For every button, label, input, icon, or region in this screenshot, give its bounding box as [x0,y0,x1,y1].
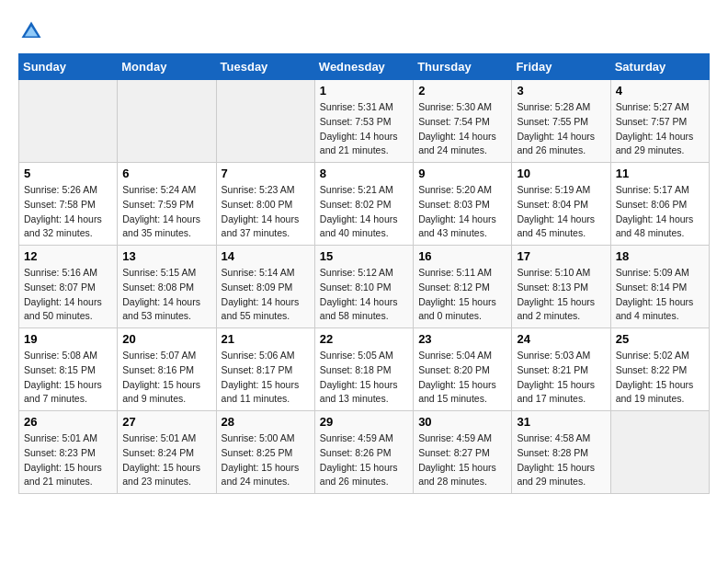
day-details: Sunrise: 5:09 AMSunset: 8:14 PMDaylight:… [616,266,704,324]
day-header-sunday: Sunday [19,54,118,80]
day-details: Sunrise: 5:15 AMSunset: 8:08 PMDaylight:… [122,266,210,324]
day-number: 21 [222,332,310,346]
day-header-monday: Monday [118,54,216,80]
day-details: Sunrise: 5:14 AMSunset: 8:09 PMDaylight:… [222,266,310,324]
day-number: 11 [616,167,704,180]
calendar-header-row: SundayMondayTuesdayWednesdayThursdayFrid… [19,54,710,80]
day-number: 28 [222,415,310,429]
day-number: 24 [517,332,605,346]
day-details: Sunrise: 5:06 AMSunset: 8:17 PMDaylight:… [222,349,310,407]
calendar-cell [216,80,314,163]
day-number: 4 [616,84,704,98]
calendar-cell: 4Sunrise: 5:27 AMSunset: 7:57 PMDaylight… [610,80,709,163]
calendar-cell: 19Sunrise: 5:08 AMSunset: 8:15 PMDayligh… [19,328,118,411]
day-details: Sunrise: 5:24 AMSunset: 7:59 PMDaylight:… [122,183,210,241]
calendar-cell: 22Sunrise: 5:05 AMSunset: 8:18 PMDayligh… [314,328,413,411]
calendar-week-row: 19Sunrise: 5:08 AMSunset: 8:15 PMDayligh… [19,328,710,411]
day-number: 16 [418,249,506,263]
calendar-cell: 20Sunrise: 5:07 AMSunset: 8:16 PMDayligh… [118,328,216,411]
day-number: 19 [24,332,112,346]
calendar-cell: 1Sunrise: 5:31 AMSunset: 7:53 PMDaylight… [314,80,413,163]
day-number: 10 [517,167,605,180]
day-number: 6 [122,167,210,180]
calendar-cell: 28Sunrise: 5:00 AMSunset: 8:25 PMDayligh… [216,411,314,494]
day-number: 27 [122,415,210,429]
calendar-cell: 5Sunrise: 5:26 AMSunset: 7:58 PMDaylight… [19,163,118,246]
day-number: 15 [320,249,408,263]
calendar-cell: 23Sunrise: 5:04 AMSunset: 8:20 PMDayligh… [414,328,512,411]
day-number: 1 [320,84,408,98]
day-number: 18 [616,249,704,263]
day-number: 8 [320,167,408,180]
day-details: Sunrise: 5:01 AMSunset: 8:23 PMDaylight:… [24,431,112,489]
day-header-wednesday: Wednesday [314,54,413,80]
day-details: Sunrise: 5:28 AMSunset: 7:55 PMDaylight:… [517,100,605,158]
calendar-cell: 16Sunrise: 5:11 AMSunset: 8:12 PMDayligh… [414,246,512,328]
calendar-cell: 26Sunrise: 5:01 AMSunset: 8:23 PMDayligh… [19,411,118,494]
day-number: 26 [24,415,112,429]
calendar-cell: 8Sunrise: 5:21 AMSunset: 8:02 PMDaylight… [314,163,413,246]
day-details: Sunrise: 5:12 AMSunset: 8:10 PMDaylight:… [320,266,408,324]
day-details: Sunrise: 5:31 AMSunset: 7:53 PMDaylight:… [320,100,408,158]
day-number: 23 [418,332,506,346]
calendar-cell: 30Sunrise: 4:59 AMSunset: 8:27 PMDayligh… [414,411,512,494]
calendar-cell: 18Sunrise: 5:09 AMSunset: 8:14 PMDayligh… [610,246,709,328]
day-details: Sunrise: 5:01 AMSunset: 8:24 PMDaylight:… [122,431,210,489]
day-number: 3 [517,84,605,98]
calendar-week-row: 12Sunrise: 5:16 AMSunset: 8:07 PMDayligh… [19,246,710,328]
day-details: Sunrise: 5:19 AMSunset: 8:04 PMDaylight:… [517,183,605,241]
day-details: Sunrise: 5:17 AMSunset: 8:06 PMDaylight:… [616,183,704,241]
calendar-cell: 27Sunrise: 5:01 AMSunset: 8:24 PMDayligh… [118,411,216,494]
calendar-cell [118,80,216,163]
day-number: 20 [122,332,210,346]
day-details: Sunrise: 4:58 AMSunset: 8:28 PMDaylight:… [517,431,605,489]
day-details: Sunrise: 4:59 AMSunset: 8:27 PMDaylight:… [418,431,506,489]
day-details: Sunrise: 5:27 AMSunset: 7:57 PMDaylight:… [616,100,704,158]
calendar-cell: 14Sunrise: 5:14 AMSunset: 8:09 PMDayligh… [216,246,314,328]
day-number: 2 [418,84,506,98]
calendar-week-row: 5Sunrise: 5:26 AMSunset: 7:58 PMDaylight… [19,163,710,246]
calendar-cell: 25Sunrise: 5:02 AMSunset: 8:22 PMDayligh… [610,328,709,411]
calendar-cell: 31Sunrise: 4:58 AMSunset: 8:28 PMDayligh… [512,411,610,494]
day-header-tuesday: Tuesday [216,54,314,80]
day-details: Sunrise: 5:03 AMSunset: 8:21 PMDaylight:… [517,349,605,407]
day-details: Sunrise: 5:08 AMSunset: 8:15 PMDaylight:… [24,349,112,407]
day-details: Sunrise: 5:04 AMSunset: 8:20 PMDaylight:… [418,349,506,407]
day-details: Sunrise: 5:11 AMSunset: 8:12 PMDaylight:… [418,266,506,324]
day-details: Sunrise: 5:23 AMSunset: 8:00 PMDaylight:… [222,183,310,241]
calendar-table: SundayMondayTuesdayWednesdayThursdayFrid… [18,53,710,494]
day-details: Sunrise: 5:26 AMSunset: 7:58 PMDaylight:… [24,183,112,241]
calendar-cell: 2Sunrise: 5:30 AMSunset: 7:54 PMDaylight… [414,80,512,163]
day-details: Sunrise: 5:02 AMSunset: 8:22 PMDaylight:… [616,349,704,407]
calendar-week-row: 1Sunrise: 5:31 AMSunset: 7:53 PMDaylight… [19,80,710,163]
calendar-cell: 17Sunrise: 5:10 AMSunset: 8:13 PMDayligh… [512,246,610,328]
day-header-thursday: Thursday [414,54,512,80]
day-number: 14 [222,249,310,263]
day-number: 13 [122,249,210,263]
day-number: 5 [24,167,112,180]
day-details: Sunrise: 5:21 AMSunset: 8:02 PMDaylight:… [320,183,408,241]
calendar-cell [610,411,709,494]
day-details: Sunrise: 4:59 AMSunset: 8:26 PMDaylight:… [320,431,408,489]
calendar-cell: 12Sunrise: 5:16 AMSunset: 8:07 PMDayligh… [19,246,118,328]
day-details: Sunrise: 5:05 AMSunset: 8:18 PMDaylight:… [320,349,408,407]
calendar-cell: 7Sunrise: 5:23 AMSunset: 8:00 PMDaylight… [216,163,314,246]
calendar-week-row: 26Sunrise: 5:01 AMSunset: 8:23 PMDayligh… [19,411,710,494]
logo [18,18,48,44]
day-number: 29 [320,415,408,429]
day-number: 25 [616,332,704,346]
calendar-cell: 15Sunrise: 5:12 AMSunset: 8:10 PMDayligh… [314,246,413,328]
day-number: 9 [418,167,506,180]
calendar-cell: 13Sunrise: 5:15 AMSunset: 8:08 PMDayligh… [118,246,216,328]
day-number: 12 [24,249,112,263]
day-number: 17 [517,249,605,263]
logo-icon [18,18,44,44]
day-number: 7 [222,167,310,180]
calendar-cell: 11Sunrise: 5:17 AMSunset: 8:06 PMDayligh… [610,163,709,246]
day-header-friday: Friday [512,54,610,80]
calendar-cell: 21Sunrise: 5:06 AMSunset: 8:17 PMDayligh… [216,328,314,411]
day-details: Sunrise: 5:00 AMSunset: 8:25 PMDaylight:… [222,431,310,489]
calendar-cell: 6Sunrise: 5:24 AMSunset: 7:59 PMDaylight… [118,163,216,246]
page-header [18,18,710,44]
day-number: 22 [320,332,408,346]
